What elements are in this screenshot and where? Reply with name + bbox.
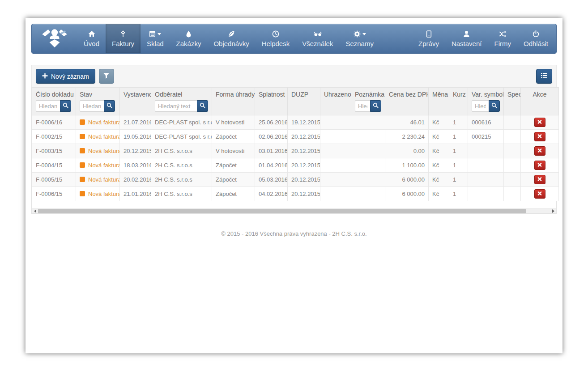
nav-item-vseznalek[interactable]: Všeználek	[296, 24, 339, 53]
column-header-kurz[interactable]: Kurz	[449, 88, 468, 115]
delete-button[interactable]	[534, 175, 545, 184]
column-header-duzp[interactable]: DUZP	[288, 88, 320, 115]
column-label: Číslo dokladu	[36, 91, 72, 98]
cell-vystaveno: 20.12.2015	[120, 144, 151, 158]
delete-button[interactable]	[534, 189, 545, 199]
scroll-right-arrow[interactable]	[550, 208, 556, 214]
cell-mena: Kč	[429, 115, 449, 130]
nav-item-label: Zakázky	[176, 40, 201, 47]
nav-item-nastaveni[interactable]: Nastavení	[445, 24, 488, 53]
status-text: Nová faktura	[88, 191, 120, 197]
cell-odberatel: DEC-PLAST spol. s r.o.	[151, 115, 212, 130]
delete-button[interactable]	[534, 146, 545, 156]
filter-input-stav[interactable]	[80, 100, 104, 112]
cell-var_symbol: 000215	[468, 130, 504, 144]
search-button-poznamka[interactable]	[370, 100, 381, 112]
column-header-spec[interactable]: Spec	[504, 88, 521, 115]
column-header-uhrazeno[interactable]: Uhrazeno	[320, 88, 351, 115]
new-record-button[interactable]: Nový záznam	[36, 69, 95, 84]
nav-item-faktury[interactable]: Faktury	[106, 24, 141, 53]
status-square-icon	[80, 119, 85, 125]
cell-forma: Zápočet	[212, 187, 255, 201]
column-label: Vystaveno	[124, 91, 147, 98]
cell-duzp: 20.12.2015	[288, 158, 320, 173]
search-button-odberatel[interactable]	[197, 100, 208, 112]
filter-input-poznamka[interactable]	[355, 100, 370, 112]
column-header-forma[interactable]: Forma úhrady	[212, 88, 255, 115]
column-label: Uhrazeno	[324, 91, 347, 98]
column-label: Poznámka	[355, 91, 381, 98]
table-row[interactable]: F-0002/15Nová faktura19.05.2016DEC-PLAST…	[32, 130, 559, 144]
nav-item-uvod[interactable]: Úvod	[77, 24, 106, 53]
nav-item-zpravy[interactable]: Zprávy	[412, 24, 445, 53]
filter-input-var_symbol[interactable]	[472, 100, 489, 112]
column-header-var_symbol[interactable]: Var. symbol	[468, 88, 504, 115]
nav-item-seznamy[interactable]: Seznamy	[339, 24, 380, 53]
column-label: Akce	[524, 91, 555, 98]
nav-item-firmy[interactable]: Firmy	[488, 24, 517, 53]
nav-item-label: Všeználek	[302, 40, 333, 47]
filter-input-odberatel[interactable]	[155, 100, 197, 112]
horizontal-scrollbar[interactable]	[32, 208, 556, 213]
app-logo[interactable]	[32, 24, 77, 53]
status-square-icon	[80, 134, 85, 139]
table-row[interactable]: F-0006/16Nová faktura21.07.2016DEC-PLAST…	[32, 115, 559, 130]
table-row[interactable]: F-0004/15Nová faktura18.03.20162H C.S. s…	[32, 158, 559, 173]
table-row[interactable]: F-0005/15Nová faktura20.02.20162H C.S. s…	[32, 173, 559, 187]
scroll-left-arrow[interactable]	[32, 208, 38, 214]
column-label: Spec	[507, 91, 517, 98]
nav-item-helpdesk[interactable]: Helpdesk	[256, 24, 296, 53]
delete-button[interactable]	[534, 118, 545, 127]
status-text: Nová faktura	[88, 162, 120, 169]
cell-poznamka	[351, 144, 385, 158]
delete-button[interactable]	[534, 161, 545, 170]
delete-button[interactable]	[534, 132, 545, 141]
column-header-stav[interactable]: Stav	[76, 88, 120, 115]
filter-group-poznamka	[355, 100, 381, 112]
cell-spec	[504, 115, 521, 130]
cell-mena: Kč	[429, 130, 449, 144]
cell-vystaveno: 21.01.2016	[120, 187, 151, 201]
search-button-stav[interactable]	[104, 100, 115, 112]
filter-input-cislo[interactable]	[36, 100, 60, 112]
close-icon	[537, 162, 542, 169]
column-header-cena[interactable]: Cena bez DPH	[385, 88, 429, 115]
column-settings-button[interactable]	[536, 69, 552, 84]
column-header-cislo[interactable]: Číslo dokladu	[32, 88, 76, 115]
droplet-icon	[186, 30, 192, 38]
cell-mena: Kč	[429, 158, 449, 173]
nav-item-zakazky[interactable]: Zakázky	[170, 24, 208, 53]
search-button-cislo[interactable]	[60, 100, 71, 112]
nav-item-objednavky[interactable]: Objednávky	[207, 24, 255, 53]
chevron-down-icon	[158, 33, 161, 35]
search-button-var_symbol[interactable]	[489, 100, 500, 112]
cell-poznamka	[351, 115, 385, 130]
cell-poznamka	[351, 173, 385, 187]
column-header-odberatel[interactable]: Odběratel	[151, 88, 212, 115]
nav-item-sklad[interactable]: Sklad	[141, 24, 170, 53]
cell-cena: 1 100.00	[385, 158, 429, 173]
cell-duzp: 20.12.2015	[288, 130, 320, 144]
clock-icon	[272, 30, 279, 38]
cell-odberatel: DEC-PLAST spol. s r.o.	[151, 130, 212, 144]
column-header-mena[interactable]: Měna	[429, 88, 449, 115]
column-label: Var. symbol	[472, 91, 500, 98]
column-header-akce[interactable]: Akce	[521, 88, 559, 115]
chevron-down-icon	[362, 33, 366, 35]
navbar-right-group: Zprávy Nastavení Firmy Odhlásit	[412, 24, 556, 53]
column-header-vystaveno[interactable]: Vystaveno	[120, 88, 151, 115]
search-icon	[491, 102, 497, 110]
nav-item-odhlasit[interactable]: Odhlásit	[517, 24, 554, 53]
home-icon	[88, 30, 95, 37]
column-header-poznamka[interactable]: Poznámka	[351, 88, 385, 115]
cell-cislo: F-0004/15	[32, 158, 76, 173]
cell-kurz: 1	[449, 187, 468, 201]
filter-toggle-button[interactable]	[99, 69, 114, 84]
status-text: Nová faktura	[88, 148, 120, 154]
table-row[interactable]: F-0003/15Nová faktura20.12.20152H C.S. s…	[32, 144, 559, 158]
cell-duzp: 20.12.2015	[288, 144, 320, 158]
scrollbar-thumb[interactable]	[38, 209, 526, 213]
table-row[interactable]: F-0006/15Nová faktura21.01.20162H C.S. s…	[32, 187, 559, 201]
column-header-splatnost[interactable]: Splatnost	[255, 88, 288, 115]
cell-splatnost: 25.06.2016	[255, 115, 288, 130]
